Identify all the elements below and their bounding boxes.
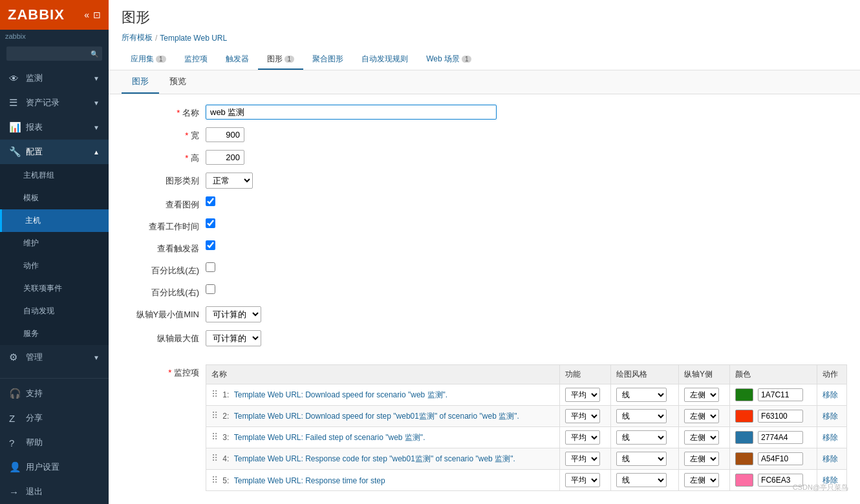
color-input[interactable] (758, 410, 803, 423)
remove-button[interactable]: 移除 (822, 390, 838, 399)
func-select[interactable]: 平均最小最大总和 (565, 452, 600, 466)
monitor-item-link[interactable]: Template Web URL: Response time for step (234, 476, 385, 485)
collapse-icon[interactable]: « (84, 10, 89, 20)
drag-handle[interactable]: ⠿ (211, 389, 218, 399)
sidebar-item-actions[interactable]: 动作 (0, 255, 109, 277)
percentile-left-checkbox[interactable] (206, 262, 215, 272)
style-select[interactable]: 线填充区域粗线点虚线渐变 (616, 430, 667, 445)
monitor-item-link[interactable]: Template Web URL: Download speed for sce… (234, 390, 447, 399)
tab-nav-aggregate-graphs[interactable]: 聚合图形 (303, 50, 352, 70)
tab-nav-monitor-items[interactable]: 监控项 (175, 50, 217, 70)
drag-handle[interactable]: ⠿ (211, 410, 218, 421)
sidebar-item-reports[interactable]: 📊 报表 ▼ (0, 115, 109, 140)
axis-select[interactable]: 左侧右侧 (684, 452, 719, 466)
color-cell (729, 470, 817, 491)
color-swatch[interactable] (735, 388, 753, 401)
table-row: ⠿ 4: Template Web URL: Response code for… (206, 448, 847, 470)
show-working-time-checkbox[interactable] (206, 218, 215, 228)
color-input[interactable] (758, 474, 803, 487)
tab-nav-auto-discover-rules[interactable]: 自动发现规则 (352, 50, 417, 70)
monitor-item-link[interactable]: Template Web URL: Download speed for ste… (234, 412, 519, 421)
reports-icon: 📊 (9, 121, 21, 133)
color-input[interactable] (758, 388, 803, 401)
axis-cell: 左侧右侧 (678, 427, 729, 448)
axis-select[interactable]: 左侧右侧 (684, 409, 719, 423)
form-row-show-legend: 查看图例 (122, 196, 847, 211)
color-swatch[interactable] (735, 431, 753, 444)
color-input[interactable] (758, 431, 803, 444)
search-input[interactable] (6, 47, 102, 61)
name-input[interactable] (206, 105, 497, 120)
show-triggers-checkbox[interactable] (206, 240, 215, 250)
color-swatch[interactable] (735, 474, 753, 487)
drag-handle[interactable]: ⠿ (211, 475, 218, 485)
tab-nav-web-scenarios[interactable]: Web 场景1 (417, 50, 480, 70)
drag-handle[interactable]: ⠿ (211, 432, 218, 442)
percentile-right-checkbox[interactable] (206, 284, 215, 294)
sidebar-item-services[interactable]: 服务 (0, 322, 109, 345)
sidebar-item-monitor[interactable]: 👁 监测 ▼ (0, 66, 109, 90)
monitor-item-link[interactable]: Template Web URL: Failed step of scenari… (234, 433, 425, 442)
style-select[interactable]: 线填充区域粗线点虚线渐变 (616, 473, 667, 487)
y-max-select[interactable]: 可计算的 固定 监控项 (206, 330, 261, 346)
monitor-item-link[interactable]: Template Web URL: Response code for step… (234, 454, 515, 463)
width-input[interactable] (206, 127, 244, 142)
sub-tab-graphs[interactable]: 图形 (122, 70, 159, 94)
remove-button[interactable]: 移除 (822, 412, 838, 421)
chevron-icon: ▼ (93, 75, 100, 82)
sidebar-item-assets[interactable]: ☰ 资产记录 ▼ (0, 90, 109, 115)
func-select[interactable]: 平均最小最大总和 (565, 430, 600, 445)
sidebar-item-host-groups[interactable]: 主机群组 (0, 164, 109, 187)
sidebar-item-templates[interactable]: 模板 (0, 187, 109, 209)
sidebar-item-support[interactable]: 🎧 支持 (0, 381, 109, 406)
height-input[interactable] (206, 150, 244, 165)
color-input[interactable] (758, 452, 803, 465)
sidebar-item-hosts[interactable]: 主机 (0, 209, 109, 232)
sidebar-item-share[interactable]: Z 分享 (0, 406, 109, 430)
form-row-graph-type: 图形类别 正常 堆叠 饼图 爆炸图 (122, 173, 847, 189)
style-select[interactable]: 线填充区域粗线点虚线渐变 (616, 388, 667, 402)
table-row: ⠿ 1: Template Web URL: Download speed fo… (206, 384, 847, 406)
sub-tab-preview[interactable]: 预览 (159, 70, 197, 94)
remove-button[interactable]: 移除 (822, 476, 838, 485)
remove-button[interactable]: 移除 (822, 433, 838, 442)
remove-button[interactable]: 移除 (822, 454, 838, 463)
sidebar-item-related-events[interactable]: 关联项事件 (0, 277, 109, 300)
breadcrumb-template-web-url[interactable]: Template Web URL (160, 34, 227, 43)
breadcrumb-sep: / (155, 34, 157, 43)
sidebar-item-config[interactable]: 🔧 配置 ▲ (0, 140, 109, 164)
axis-select[interactable]: 左侧右侧 (684, 430, 719, 445)
sidebar: ZABBIX « ⊡ zabbix 👁 监测 ▼ ☰ 资产记录 ▼ 📊 报表 ▼ (0, 0, 109, 504)
color-cell (729, 384, 817, 406)
graph-type-select[interactable]: 正常 堆叠 饼图 爆炸图 (206, 173, 253, 189)
tab-nav-triggers[interactable]: 触发器 (217, 50, 258, 70)
sidebar-item-help[interactable]: ? 帮助 (0, 430, 109, 455)
func-select[interactable]: 平均最小最大总和 (565, 409, 600, 423)
web-scenarios-badge: 1 (462, 56, 472, 63)
tab-nav-graphs[interactable]: 图形1 (258, 50, 304, 70)
sidebar-item-auto-discover[interactable]: 自动发现 (0, 300, 109, 322)
color-swatch[interactable] (735, 452, 753, 465)
color-swatch[interactable] (735, 410, 753, 423)
breadcrumb-all-templates[interactable]: 所有模板 (122, 32, 153, 43)
axis-select[interactable]: 左侧右侧 (684, 388, 719, 402)
drag-handle[interactable]: ⠿ (211, 453, 218, 463)
func-select[interactable]: 平均最小最大总和 (565, 473, 600, 487)
chevron-up-icon: ▲ (93, 149, 100, 156)
style-select[interactable]: 线填充区域粗线点虚线渐变 (616, 452, 667, 466)
y-min-select[interactable]: 可计算的 固定 监控项 (206, 306, 261, 322)
table-row: ⠿ 5: Template Web URL: Response time for… (206, 470, 847, 491)
tab-nav-app-set[interactable]: 应用集1 (122, 50, 175, 70)
sidebar-item-logout[interactable]: → 退出 (0, 479, 109, 504)
expand-icon[interactable]: ⊡ (93, 10, 101, 20)
form-row-percentile-left: 百分比线(左) (122, 262, 847, 277)
monitor-item-name-cell: ⠿ 5: Template Web URL: Response time for… (206, 470, 560, 491)
style-select[interactable]: 线填充区域粗线点虚线渐变 (616, 409, 667, 423)
sidebar-item-maintenance[interactable]: 维护 (0, 232, 109, 255)
monitor-items-row: * 监控项 名称 功能 绘图风格 纵轴Y侧 颜色 动作 (122, 364, 847, 491)
axis-select[interactable]: 左侧右侧 (684, 473, 719, 487)
sidebar-item-user-settings[interactable]: 👤 用户设置 (0, 455, 109, 479)
sidebar-item-admin[interactable]: ⚙ 管理 ▼ (0, 345, 109, 370)
func-select[interactable]: 平均最小最大总和 (565, 388, 600, 402)
show-legend-checkbox[interactable] (206, 196, 215, 206)
